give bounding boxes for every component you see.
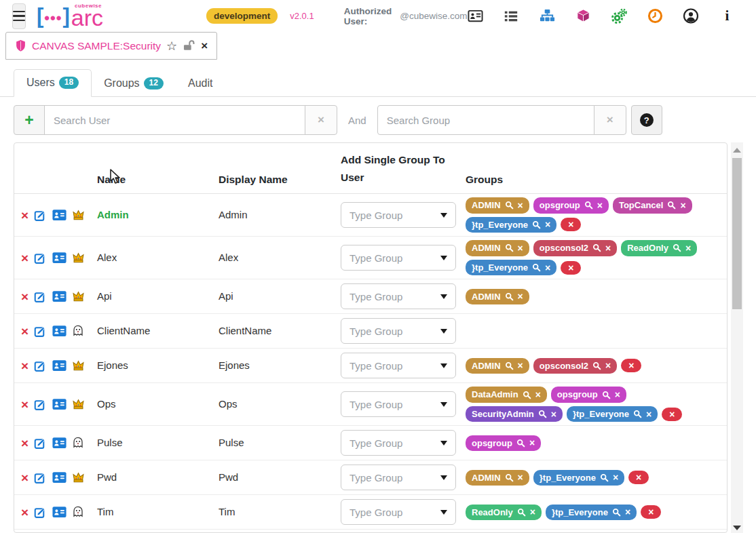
delete-user-icon[interactable]: × [21, 325, 29, 338]
tab-audit[interactable]: Audit [176, 71, 225, 97]
remove-group-icon[interactable]: × [518, 473, 523, 482]
magnifier-icon[interactable] [584, 201, 593, 210]
delete-user-icon[interactable]: × [21, 359, 29, 372]
tab-groups[interactable]: Groups 12 [92, 71, 176, 97]
remove-all-groups-button[interactable]: × [628, 471, 649, 484]
close-tab-icon[interactable]: × [201, 40, 208, 52]
gears-icon[interactable] [611, 8, 627, 24]
remove-group-icon[interactable]: × [551, 410, 556, 419]
remove-group-icon[interactable]: × [530, 507, 535, 517]
magnifier-icon[interactable] [523, 391, 531, 399]
remove-group-icon[interactable]: × [613, 473, 618, 482]
remove-group-icon[interactable]: × [518, 201, 523, 210]
clear-group-search-button[interactable]: × [594, 105, 626, 135]
remove-group-icon[interactable]: × [605, 361, 611, 370]
magnifier-icon[interactable] [505, 201, 514, 210]
delete-user-icon[interactable]: × [21, 398, 29, 411]
edit-user-icon[interactable] [34, 359, 47, 372]
remove-group-icon[interactable]: × [646, 410, 651, 419]
tab-users[interactable]: Users 18 [14, 69, 92, 97]
remove-all-groups-button[interactable]: × [561, 218, 581, 231]
remove-group-icon[interactable]: × [518, 292, 523, 301]
add-user-button[interactable]: + [14, 105, 45, 135]
remove-group-icon[interactable]: × [625, 507, 630, 517]
type-group-dropdown[interactable]: Type Group [341, 283, 456, 309]
user-card-icon[interactable] [52, 290, 67, 302]
delete-user-icon[interactable]: × [21, 471, 29, 484]
edit-user-icon[interactable] [34, 437, 47, 450]
user-card-icon[interactable] [52, 437, 67, 449]
delete-user-icon[interactable]: × [21, 506, 29, 519]
scroll-down-arrow[interactable] [733, 526, 741, 530]
info-icon[interactable]: i [719, 8, 735, 24]
delete-user-icon[interactable]: × [21, 252, 29, 264]
remove-group-icon[interactable]: × [545, 220, 550, 229]
magnifier-icon[interactable] [516, 439, 525, 448]
magnifier-icon[interactable] [667, 201, 676, 210]
help-button[interactable]: ? [631, 105, 662, 135]
edit-user-icon[interactable] [34, 471, 47, 484]
sitemap-icon[interactable] [539, 8, 555, 24]
type-group-dropdown[interactable]: Type Group [341, 430, 456, 456]
remove-group-icon[interactable]: × [529, 438, 535, 448]
magnifier-icon[interactable] [673, 243, 681, 252]
scroll-up-arrow[interactable] [733, 148, 741, 153]
edit-user-icon[interactable] [34, 290, 47, 303]
remove-all-groups-button[interactable]: × [641, 505, 661, 519]
magnifier-icon[interactable] [633, 410, 642, 418]
user-card-icon[interactable] [52, 209, 67, 221]
user-card-icon[interactable] [52, 359, 67, 372]
user-card-icon[interactable] [52, 252, 67, 264]
type-group-dropdown[interactable]: Type Group [341, 202, 456, 228]
type-group-dropdown[interactable]: Type Group [341, 391, 456, 417]
magnifier-icon[interactable] [592, 361, 601, 370]
remove-all-groups-button[interactable]: × [621, 359, 641, 372]
search-user-input[interactable] [44, 105, 305, 135]
column-header-name[interactable]: Name [97, 174, 219, 186]
edit-user-icon[interactable] [34, 209, 47, 222]
magnifier-icon[interactable] [612, 508, 621, 517]
clear-user-search-button[interactable]: × [305, 105, 337, 135]
delete-user-icon[interactable]: × [21, 437, 29, 450]
remove-group-icon[interactable]: × [605, 243, 611, 253]
magnifier-icon[interactable] [602, 391, 611, 399]
remove-group-icon[interactable]: × [518, 361, 523, 370]
magnifier-icon[interactable] [592, 243, 601, 252]
remove-group-icon[interactable]: × [535, 390, 541, 399]
clock-icon[interactable] [647, 8, 663, 24]
type-group-dropdown[interactable]: Type Group [341, 465, 456, 490]
remove-group-icon[interactable]: × [518, 243, 523, 253]
magnifier-icon[interactable] [538, 410, 547, 418]
magnifier-icon[interactable] [532, 220, 541, 229]
search-group-input[interactable] [377, 105, 594, 135]
user-card-icon[interactable] [52, 398, 67, 410]
edit-user-icon[interactable] [34, 506, 47, 519]
edit-user-icon[interactable] [34, 398, 47, 411]
favorite-star-icon[interactable]: ☆ [166, 40, 177, 52]
delete-user-icon[interactable]: × [21, 209, 29, 222]
user-card-icon[interactable] [52, 506, 67, 518]
remove-group-icon[interactable]: × [615, 390, 620, 399]
type-group-dropdown[interactable]: Type Group [341, 499, 456, 525]
edit-user-icon[interactable] [34, 252, 47, 264]
remove-all-groups-button[interactable]: × [662, 408, 682, 421]
magnifier-icon[interactable] [532, 263, 541, 272]
magnifier-icon[interactable] [505, 243, 514, 252]
magnifier-icon[interactable] [600, 473, 609, 482]
remove-group-icon[interactable]: × [685, 243, 691, 253]
remove-group-icon[interactable]: × [597, 201, 603, 210]
user-circle-icon[interactable] [683, 8, 699, 24]
edit-user-icon[interactable] [34, 325, 47, 338]
type-group-dropdown[interactable]: Type Group [341, 318, 456, 344]
magnifier-icon[interactable] [505, 473, 514, 482]
hamburger-menu-button[interactable] [12, 3, 26, 29]
document-tab-security[interactable]: CANVAS SAMPLE:Security ☆ × [5, 32, 217, 60]
user-card-icon[interactable] [52, 325, 67, 337]
magnifier-icon[interactable] [505, 361, 514, 370]
type-group-dropdown[interactable]: Type Group [341, 353, 456, 378]
delete-user-icon[interactable]: × [21, 290, 29, 303]
remove-group-icon[interactable]: × [680, 201, 685, 210]
scrollbar-thumb[interactable] [732, 158, 742, 309]
list-icon[interactable] [503, 8, 519, 24]
magnifier-icon[interactable] [505, 292, 514, 301]
